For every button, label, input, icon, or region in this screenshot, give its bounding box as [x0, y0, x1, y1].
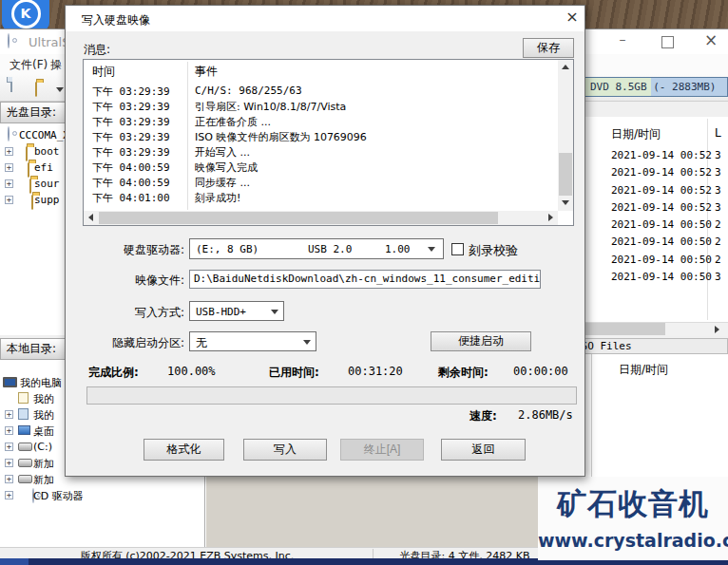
minimize-button[interactable]: – — [613, 31, 632, 50]
scroll-right-icon[interactable] — [548, 214, 553, 221]
tree-expander-icon[interactable]: + — [5, 179, 13, 188]
remaining-value: 00:00:00 — [513, 365, 568, 378]
file-row-datetime[interactable]: 2021-09-14 00:52 — [611, 166, 712, 179]
app-letter-icon: K — [11, 0, 41, 28]
disc-tree-item[interactable]: efi — [34, 161, 53, 174]
drive-icon — [18, 443, 32, 451]
chevron-down-icon[interactable] — [303, 340, 311, 345]
file-list-col-datetime[interactable]: 日期/时间 — [611, 126, 661, 142]
verify-checkbox[interactable] — [451, 243, 464, 255]
tree-expander-icon[interactable]: + — [5, 491, 13, 499]
tree-expander-icon[interactable]: + — [5, 147, 13, 156]
dialog-close-icon[interactable]: × — [562, 8, 583, 28]
maximize-button[interactable] — [661, 36, 674, 48]
local-directory-label: 本地目录: — [7, 342, 56, 355]
log-vscroll-thumb[interactable] — [559, 153, 572, 196]
disc-root-cd-icon — [8, 126, 10, 141]
menu-file[interactable]: 文件(F) — [10, 57, 48, 73]
drive-select[interactable]: (E:, 8 GB) USB 2.0 1.00 — [189, 238, 444, 259]
log-row-event: ISO 映像文件的扇区数为 10769096 — [195, 130, 367, 144]
menu-action-partial[interactable]: 操 — [50, 57, 62, 73]
chevron-down-icon[interactable] — [428, 247, 435, 252]
iso-doc-icon — [18, 392, 29, 404]
log-row-time: 下午 04:01:00 — [92, 191, 170, 205]
file-row-datetime[interactable]: 2021-09-14 00:50 — [611, 235, 712, 248]
dialog-title: 写入硬盘映像 — [82, 12, 150, 28]
file-row-lba[interactable]: 3 — [715, 271, 721, 283]
local-tree-item[interactable]: (C:) — [33, 441, 52, 453]
write-method-value: USB-HDD+ — [196, 306, 246, 318]
abort-button: 终止[A] — [340, 439, 424, 461]
write-method-select[interactable]: USB-HDD+ — [189, 301, 284, 321]
image-file-field[interactable]: D:\BaiduNetdiskDownload\zh-cn_windows_11… — [189, 270, 541, 289]
tree-expander-icon[interactable]: + — [5, 426, 13, 435]
drive-version: 1.00 — [385, 243, 411, 255]
back-button[interactable]: 返回 — [441, 439, 526, 461]
verify-checkbox-label[interactable]: 刻录校验 — [469, 242, 518, 259]
file-row-lba[interactable]: 3 — [715, 149, 721, 161]
local-tree-item[interactable]: 新加 — [33, 473, 54, 487]
tree-expander-icon[interactable]: + — [5, 163, 13, 172]
file-row-lba[interactable]: 2 — [715, 235, 721, 248]
save-button[interactable]: 保存 — [523, 38, 574, 58]
disc-tree-item[interactable]: supp — [34, 194, 60, 206]
file-row-lba[interactable]: 3 — [715, 166, 721, 179]
scroll-down-icon[interactable] — [562, 200, 569, 205]
log-row-time: 下午 03:29:39 — [92, 130, 170, 144]
log-row-event: C/H/S: 968/255/63 — [195, 85, 302, 97]
file-row-lba[interactable]: 2 — [715, 254, 721, 266]
file-row-datetime[interactable]: 2021-09-14 00:52 — [611, 149, 712, 161]
log-list[interactable]: 时间 事件 下午 03:29:39 C/H/S: 968/255/63 下午 0… — [83, 59, 574, 226]
file-row-lba[interactable]: 3 — [715, 184, 721, 197]
write-button[interactable]: 写入 — [243, 439, 327, 461]
folder-icon — [31, 195, 33, 210]
tree-expander-icon[interactable]: + — [5, 475, 13, 483]
local-tree-item[interactable]: CD 驱动器 — [33, 489, 84, 503]
start-button-fragment[interactable] — [0, 558, 29, 565]
local-tree-item[interactable]: 我的 — [33, 408, 54, 423]
scroll-left-icon[interactable] — [88, 214, 93, 221]
bottom-list-col-datetime[interactable]: 日期/时间 — [619, 362, 668, 378]
chevron-down-icon[interactable] — [271, 310, 278, 314]
speed-label: 速度: — [469, 408, 497, 424]
file-row-datetime[interactable]: 2021-09-14 00:50 — [611, 218, 712, 231]
local-tree-item[interactable]: 我的 — [33, 392, 54, 406]
log-col-event[interactable]: 事件 — [195, 64, 218, 80]
file-row-lba[interactable]: 3 — [715, 201, 721, 214]
log-col-time[interactable]: 时间 — [92, 64, 115, 80]
tree-expander-icon[interactable]: + — [5, 443, 13, 451]
format-button[interactable]: 格式化 — [144, 439, 224, 461]
express-boot-button[interactable]: 便捷启动 — [431, 331, 531, 351]
desktop-icon — [18, 425, 30, 435]
scroll-up-icon[interactable] — [562, 65, 569, 69]
close-button[interactable]: × — [701, 30, 720, 51]
tree-expander-icon[interactable]: + — [5, 410, 13, 419]
log-row-event: 引导扇区: Win10/8.1/8/7/Vista — [195, 100, 346, 114]
open-file-icon[interactable] — [35, 82, 37, 97]
tree-expander-icon[interactable]: + — [5, 196, 13, 204]
local-tree-item[interactable]: 我的电脑 — [20, 376, 62, 390]
remaining-label: 剩余时间: — [438, 365, 489, 381]
open-dropdown-icon[interactable] — [56, 87, 64, 92]
desktop-app-icon[interactable]: K — [2, 0, 49, 31]
disc-tree-item[interactable]: boot — [34, 145, 60, 158]
local-tree-item[interactable]: 桌面 — [33, 424, 54, 439]
new-image-icon[interactable] — [10, 77, 12, 92]
scroll-right-icon[interactable] — [715, 326, 719, 333]
file-list-col-partial[interactable]: L — [715, 126, 721, 140]
file-row-datetime[interactable]: 2021-09-14 00:52 — [611, 184, 712, 197]
image-file-label: 映像文件: — [66, 273, 184, 289]
disc-tree-root[interactable]: CCCOMA_X — [19, 129, 69, 141]
file-row-datetime[interactable]: 2021-09-14 00:50 — [611, 271, 712, 283]
disc-tree-item[interactable]: sour — [34, 178, 60, 190]
log-row-event: 刻录成功! — [195, 191, 240, 205]
file-row-datetime[interactable]: 2021-09-14 00:52 — [611, 201, 712, 214]
file-row-lba[interactable]: 2 — [715, 218, 721, 231]
log-row-event: 开始写入 ... — [195, 145, 250, 160]
speed-value: 2.86MB/s — [518, 408, 573, 422]
hide-partition-select[interactable]: 无 — [189, 331, 316, 351]
log-hscroll-thumb[interactable] — [99, 212, 498, 224]
tree-expander-icon[interactable]: + — [5, 459, 13, 467]
local-tree-item[interactable]: 新加 — [33, 457, 54, 471]
file-row-datetime[interactable]: 2021-09-14 00:50 — [611, 254, 712, 266]
